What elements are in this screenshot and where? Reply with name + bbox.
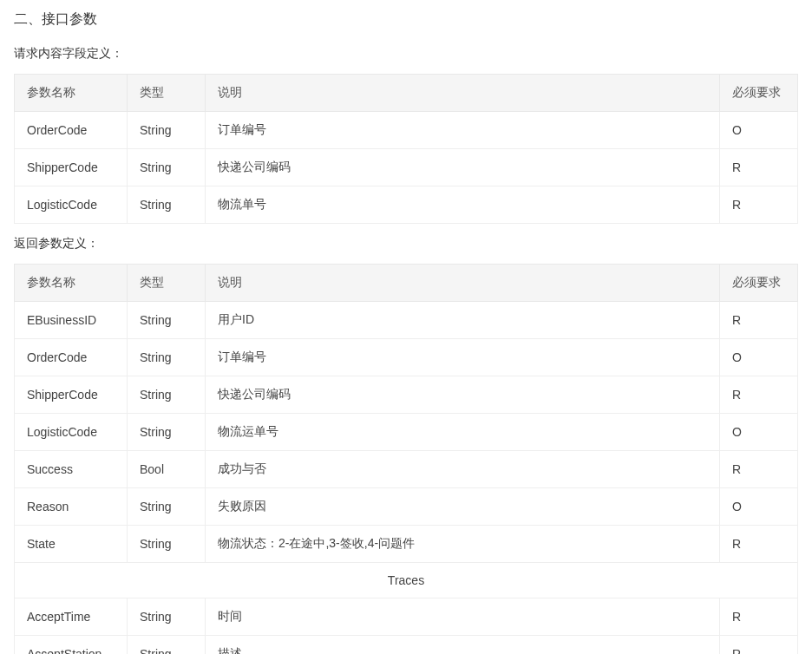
table-row: ShipperCode String 快递公司编码 R: [15, 376, 798, 414]
cell-param-req: O: [720, 414, 798, 451]
table-row: EBusinessID String 用户ID R: [15, 302, 798, 339]
cell-param-req: R: [720, 451, 798, 488]
table-row: ShipperCode String 快递公司编码 R: [15, 149, 798, 186]
cell-param-req: R: [720, 636, 798, 655]
col-header-type: 类型: [128, 265, 206, 302]
cell-param-req: R: [720, 598, 798, 636]
cell-param-desc: 用户ID: [206, 302, 720, 339]
cell-param-name: OrderCode: [15, 339, 128, 376]
col-header-req: 必须要求: [720, 75, 798, 112]
cell-param-desc: 时间: [206, 598, 720, 636]
cell-param-name: State: [15, 526, 128, 563]
col-header-name: 参数名称: [15, 75, 128, 112]
cell-param-type: String: [128, 636, 206, 655]
cell-param-type: String: [128, 112, 206, 149]
cell-param-req: R: [720, 376, 798, 414]
cell-param-type: Bool: [128, 451, 206, 488]
request-params-table: 参数名称 类型 说明 必须要求 OrderCode String 订单编号 O …: [14, 74, 798, 224]
table-row: LogisticCode String 物流运单号 O: [15, 414, 798, 451]
cell-param-name: LogisticCode: [15, 414, 128, 451]
table-header-row: 参数名称 类型 说明 必须要求: [15, 75, 798, 112]
cell-param-type: String: [128, 339, 206, 376]
cell-param-desc: 物流状态：2-在途中,3-签收,4-问题件: [206, 526, 720, 563]
cell-param-name: AcceptStation: [15, 636, 128, 655]
cell-param-type: String: [128, 302, 206, 339]
cell-param-req: O: [720, 339, 798, 376]
table-row: Reason String 失败原因 O: [15, 488, 798, 526]
cell-param-type: String: [128, 598, 206, 636]
cell-param-req: O: [720, 488, 798, 526]
cell-param-name: LogisticCode: [15, 186, 128, 224]
cell-param-desc: 物流单号: [206, 186, 720, 224]
cell-param-req: R: [720, 149, 798, 186]
cell-param-desc: 快递公司编码: [206, 376, 720, 414]
cell-param-type: String: [128, 526, 206, 563]
cell-param-req: R: [720, 302, 798, 339]
cell-param-name: EBusinessID: [15, 302, 128, 339]
cell-param-desc: 失败原因: [206, 488, 720, 526]
table-row: Success Bool 成功与否 R: [15, 451, 798, 488]
cell-param-type: String: [128, 488, 206, 526]
cell-param-type: String: [128, 414, 206, 451]
section-heading: 二、接口参数: [14, 10, 798, 29]
cell-param-name: AcceptTime: [15, 598, 128, 636]
table-row: OrderCode String 订单编号 O: [15, 339, 798, 376]
response-params-table: 参数名称 类型 说明 必须要求 EBusinessID String 用户ID …: [14, 264, 798, 654]
traces-label: Traces: [15, 563, 798, 598]
col-header-desc: 说明: [206, 265, 720, 302]
col-header-name: 参数名称: [15, 265, 128, 302]
cell-param-desc: 订单编号: [206, 112, 720, 149]
cell-param-name: Success: [15, 451, 128, 488]
col-header-req: 必须要求: [720, 265, 798, 302]
table-header-row: 参数名称 类型 说明 必须要求: [15, 265, 798, 302]
cell-param-req: O: [720, 112, 798, 149]
table-row: AcceptStation String 描述 R: [15, 636, 798, 655]
table-row: AcceptTime String 时间 R: [15, 598, 798, 636]
cell-param-desc: 成功与否: [206, 451, 720, 488]
cell-param-req: R: [720, 526, 798, 563]
cell-param-name: ShipperCode: [15, 376, 128, 414]
cell-param-desc: 订单编号: [206, 339, 720, 376]
table-row: OrderCode String 订单编号 O: [15, 112, 798, 149]
cell-param-desc: 物流运单号: [206, 414, 720, 451]
cell-param-type: String: [128, 149, 206, 186]
request-subtitle: 请求内容字段定义：: [14, 46, 798, 62]
cell-param-name: Reason: [15, 488, 128, 526]
cell-param-name: ShipperCode: [15, 149, 128, 186]
cell-param-desc: 快递公司编码: [206, 149, 720, 186]
response-subtitle: 返回参数定义：: [14, 236, 798, 252]
traces-subheader-row: Traces: [15, 563, 798, 598]
table-row: LogisticCode String 物流单号 R: [15, 186, 798, 224]
cell-param-type: String: [128, 376, 206, 414]
cell-param-type: String: [128, 186, 206, 224]
cell-param-desc: 描述: [206, 636, 720, 655]
cell-param-name: OrderCode: [15, 112, 128, 149]
cell-param-req: R: [720, 186, 798, 224]
col-header-desc: 说明: [206, 75, 720, 112]
table-row: State String 物流状态：2-在途中,3-签收,4-问题件 R: [15, 526, 798, 563]
col-header-type: 类型: [128, 75, 206, 112]
